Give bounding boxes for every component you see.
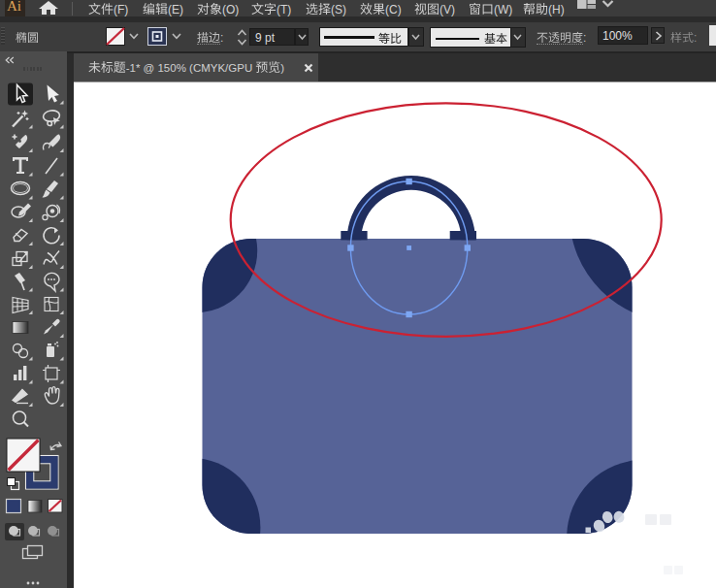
svg-text::: :	[220, 31, 223, 45]
svg-text:(V): (V)	[439, 3, 455, 16]
svg-text:(S): (S)	[331, 3, 346, 16]
svg-text:(O): (O)	[222, 3, 239, 16]
svg-text::: :	[694, 31, 697, 45]
svg-text:(T): (T)	[277, 3, 291, 16]
svg-text:(H): (H)	[548, 3, 565, 16]
svg-text:): )	[280, 61, 284, 73]
svg-text:(E): (E)	[168, 3, 183, 16]
svg-text:-1* @ 150% (CMYK/GPU: -1* @ 150% (CMYK/GPU	[125, 61, 252, 73]
svg-text:(C): (C)	[385, 3, 402, 16]
svg-text:(F): (F)	[114, 3, 128, 16]
svg-text:(W): (W)	[494, 3, 512, 16]
svg-text::: :	[583, 31, 586, 45]
